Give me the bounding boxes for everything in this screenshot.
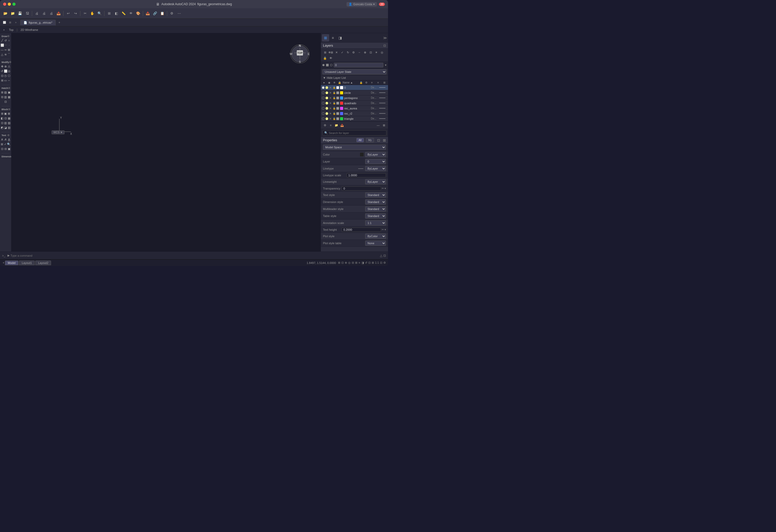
prop-color-select[interactable]: ByLayer (365, 152, 386, 157)
block-tool-3[interactable]: ⊠ (8, 111, 11, 116)
view-mode[interactable]: 2D Wireframe (19, 28, 39, 32)
rotate-tool[interactable]: ↺ (1, 69, 4, 73)
block-tool-2[interactable]: ▣ (4, 111, 7, 116)
viewport-square-icon[interactable]: ⬜ (2, 20, 7, 25)
redo-button[interactable]: ↪ (72, 10, 79, 17)
block-tool-5[interactable]: ⊡ (4, 116, 7, 121)
open-button[interactable]: 📂 (2, 10, 9, 17)
prop-select[interactable]: 0 (365, 159, 386, 164)
layer-delete-button[interactable]: ✕ (334, 50, 339, 55)
print-preview-button[interactable]: 🖨 (41, 10, 47, 17)
lineweight-icon[interactable]: ≡ (359, 261, 360, 264)
fullscreen-button[interactable] (12, 3, 16, 6)
layout-tab-1[interactable]: Layout1 (19, 260, 35, 265)
settings-icon[interactable]: ⚙ (383, 261, 386, 264)
dynucs-icon[interactable]: ⊞ (372, 261, 374, 264)
prop-select[interactable]: None (365, 240, 386, 246)
layer-folder-button[interactable]: 📁 (334, 123, 339, 128)
stretch-tool[interactable]: ◎ (8, 69, 11, 73)
visualstyles-tab-icon[interactable]: ◨ (337, 34, 344, 41)
hline-tool[interactable]: — (1, 47, 4, 52)
prop-select[interactable]: Standard (365, 213, 386, 218)
text-tool-3[interactable]: A (8, 137, 11, 142)
prop-context-select[interactable]: Model Space (323, 145, 386, 150)
save-as-button[interactable]: 🖫 (24, 10, 31, 17)
more-button[interactable]: ⋯ (176, 10, 182, 17)
properties-button[interactable]: ⊞ (106, 10, 113, 17)
block-settings-icon[interactable]: ⚙ (8, 108, 10, 111)
3dosnap-icon[interactable]: ⊡ (368, 261, 371, 264)
triangle-tool[interactable]: △ (1, 52, 4, 57)
layer-view-button[interactable]: 👁 (328, 55, 333, 61)
scale-tool[interactable]: ⬜ (4, 69, 8, 73)
text-tool-7[interactable]: ⊡ (1, 147, 4, 151)
layer-dropdown-arrow[interactable]: ▾ (385, 63, 386, 67)
copy-tool[interactable]: ⊕ (4, 64, 7, 69)
view-button[interactable]: 👁 (128, 10, 134, 17)
polar-icon[interactable]: ◎ (348, 261, 351, 264)
layer-isolate-button[interactable]: ◎ (379, 50, 385, 55)
rect-tool[interactable]: ⬜ (1, 43, 4, 47)
layer-new-freeze-button[interactable]: ❄⊞ (328, 50, 333, 55)
batch-print-button[interactable]: 🖨 (48, 10, 55, 17)
layer-current-button[interactable]: ✓ (340, 50, 345, 55)
close-button[interactable] (3, 3, 6, 6)
ortho-icon[interactable]: ⊕ (345, 261, 347, 264)
break-tool[interactable]: ▭ (4, 78, 7, 83)
layer-row[interactable]: ❄ 🔓 pentagono De... (321, 96, 388, 101)
block-tool-8[interactable]: ▥ (4, 121, 7, 125)
join-tool[interactable]: ↔ (8, 78, 11, 83)
layer-row[interactable]: ❄ 🔓 triangle De... (321, 116, 388, 121)
layer-search-input[interactable] (329, 132, 385, 135)
otrack-icon[interactable]: ⊞ (355, 261, 357, 264)
text-tool-8[interactable]: ⊟ (4, 147, 7, 151)
canvas-area[interactable]: N S W E TOP (11, 33, 321, 251)
collaborate-button[interactable]: 🔗 (152, 10, 158, 17)
command-expand-icon[interactable]: △ (380, 254, 382, 257)
layer-settings-button[interactable]: ⚙ (351, 50, 356, 55)
viewport-multi-icon[interactable]: ⊞ (8, 20, 12, 25)
block-tool-6[interactable]: ▦ (8, 116, 11, 121)
text-tool-6[interactable]: 🔍 (7, 142, 11, 147)
layer-refresh-button[interactable]: ↻ (345, 50, 350, 55)
prop-copy-icon[interactable]: ⊡ (377, 138, 380, 142)
layer-merge-button[interactable]: ⊕ (362, 50, 368, 55)
arc-tool[interactable]: ↺ (4, 38, 7, 43)
view-add-button[interactable]: + (2, 28, 6, 32)
notification-badge[interactable]: 20 (379, 3, 385, 6)
prop-select[interactable]: ByLayer (365, 179, 386, 184)
hatch-tool-3[interactable]: ▣ (8, 90, 11, 95)
measure-button[interactable]: 📏 (120, 10, 127, 17)
undo-button[interactable]: ↩ (65, 10, 71, 17)
hatch-tool-4[interactable]: ⊟ (1, 95, 4, 99)
command-dock-icon[interactable]: ⊡ (383, 254, 386, 257)
layout-add-button[interactable]: + (3, 261, 4, 265)
prop-select[interactable]: 1:1 (365, 220, 386, 225)
layers-expand-icon[interactable]: ⊡ (383, 44, 386, 47)
share-button[interactable]: 📤 (144, 10, 151, 17)
prop-input[interactable] (342, 186, 381, 191)
layer-copy-button[interactable]: ⊡ (368, 50, 373, 55)
user-badge[interactable]: 👤 Goncalo Costa ▾ (347, 2, 377, 6)
region-tool[interactable]: ⊞ (8, 47, 11, 52)
snap-icon[interactable]: ⊡ (341, 261, 344, 264)
prop-all-button[interactable]: All (356, 138, 364, 142)
prop-clear-icon[interactable]: ▾ (385, 187, 386, 190)
fillet-tool[interactable]: ⊞ (1, 78, 4, 83)
prop-input[interactable] (347, 173, 386, 177)
layer-move-button[interactable]: → (357, 50, 362, 55)
prop-my-button[interactable]: My (366, 138, 374, 142)
hatch-tool-1[interactable]: ⊞ (1, 90, 4, 95)
block-tool-11[interactable]: ◪ (4, 125, 7, 130)
panel-expand-icon[interactable]: ≫ (383, 36, 387, 40)
prop-select[interactable]: ByColor (365, 233, 386, 239)
save-button[interactable]: 💾 (17, 10, 23, 17)
layer-new-button[interactable]: ⊞ (323, 50, 328, 55)
draw-settings-icon[interactable]: ⚙ (7, 35, 10, 38)
move-tool[interactable]: ✥ (1, 64, 4, 69)
prop-input[interactable] (342, 228, 381, 232)
selcycle-icon[interactable]: ↺ (365, 261, 367, 264)
current-layer-input[interactable] (334, 63, 383, 67)
hatch-tool-7[interactable]: ⊡ (3, 99, 8, 104)
layout-tab-model[interactable]: Model (5, 260, 18, 265)
